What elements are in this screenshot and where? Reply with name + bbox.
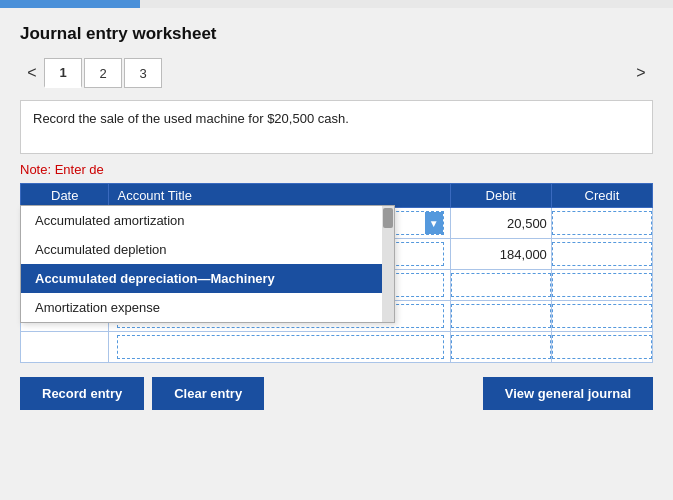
scrollbar-thumb bbox=[383, 208, 393, 228]
page-title: Journal entry worksheet bbox=[20, 24, 653, 44]
dropdown-arrow-0[interactable]: ▼ bbox=[425, 212, 443, 234]
buttons-row: Record entry Clear entry View general jo… bbox=[20, 377, 653, 410]
dropdown-item-2[interactable]: Accumulated depreciation—Machinery bbox=[21, 264, 382, 293]
col-header-date: Date bbox=[21, 184, 109, 208]
credit-cell-3[interactable] bbox=[551, 301, 652, 332]
worksheet-area: Accumulated amortization Accumulated dep… bbox=[20, 183, 653, 363]
credit-cell-2[interactable] bbox=[551, 270, 652, 301]
col-header-account: Account Title bbox=[109, 184, 450, 208]
clear-entry-button[interactable]: Clear entry bbox=[152, 377, 264, 410]
table-row bbox=[21, 332, 653, 363]
dropdown-item-3[interactable]: Amortization expense bbox=[21, 293, 382, 322]
tab-3[interactable]: 3 bbox=[124, 58, 162, 88]
dropdown-item-1[interactable]: Accumulated depletion bbox=[21, 235, 382, 264]
dropdown-item-0[interactable]: Accumulated amortization bbox=[21, 206, 382, 235]
tab-1[interactable]: 1 bbox=[44, 58, 82, 88]
record-entry-button[interactable]: Record entry bbox=[20, 377, 144, 410]
credit-cell-4[interactable] bbox=[551, 332, 652, 363]
main-container: Journal entry worksheet < 1 2 3 > Record… bbox=[0, 8, 673, 500]
debit-cell-0: 20,500 bbox=[450, 208, 551, 239]
top-bar bbox=[0, 0, 140, 8]
instruction-text: Record the sale of the used machine for … bbox=[33, 111, 349, 126]
credit-cell-1[interactable] bbox=[551, 239, 652, 270]
instruction-box: Record the sale of the used machine for … bbox=[20, 100, 653, 154]
account-dropdown[interactable]: Accumulated amortization Accumulated dep… bbox=[20, 205, 395, 323]
note-text: Note: Enter de bbox=[20, 162, 653, 177]
tab-2[interactable]: 2 bbox=[84, 58, 122, 88]
debit-cell-1: 184,000 bbox=[450, 239, 551, 270]
dropdown-scrollbar[interactable] bbox=[382, 206, 394, 322]
tabs-row: < 1 2 3 > bbox=[20, 58, 653, 88]
date-cell-4 bbox=[21, 332, 109, 363]
next-tab-arrow[interactable]: > bbox=[629, 58, 653, 88]
prev-tab-arrow[interactable]: < bbox=[20, 58, 44, 88]
credit-cell-0[interactable] bbox=[551, 208, 652, 239]
debit-cell-4[interactable] bbox=[450, 332, 551, 363]
view-general-journal-button[interactable]: View general journal bbox=[483, 377, 653, 410]
col-header-credit: Credit bbox=[551, 184, 652, 208]
debit-cell-3[interactable] bbox=[450, 301, 551, 332]
col-header-debit: Debit bbox=[450, 184, 551, 208]
account-cell-4[interactable] bbox=[109, 332, 450, 363]
debit-cell-2[interactable] bbox=[450, 270, 551, 301]
